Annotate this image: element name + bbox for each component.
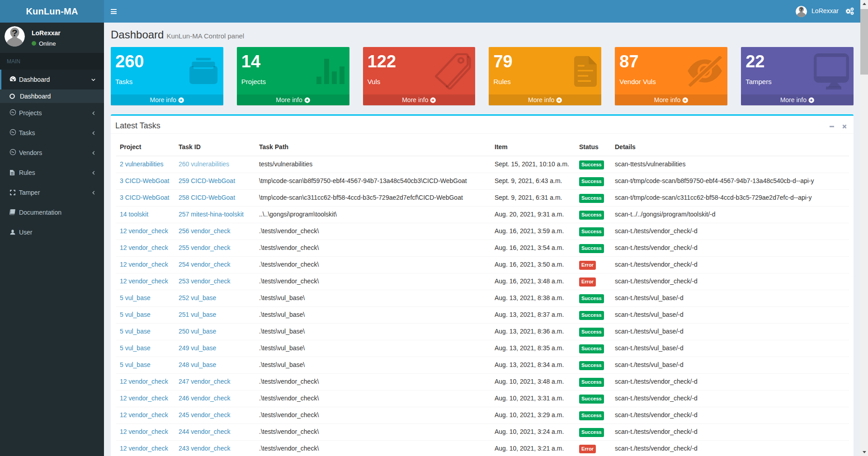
svg-text:?: ? xyxy=(800,6,803,12)
svg-text:?: ? xyxy=(12,28,18,38)
